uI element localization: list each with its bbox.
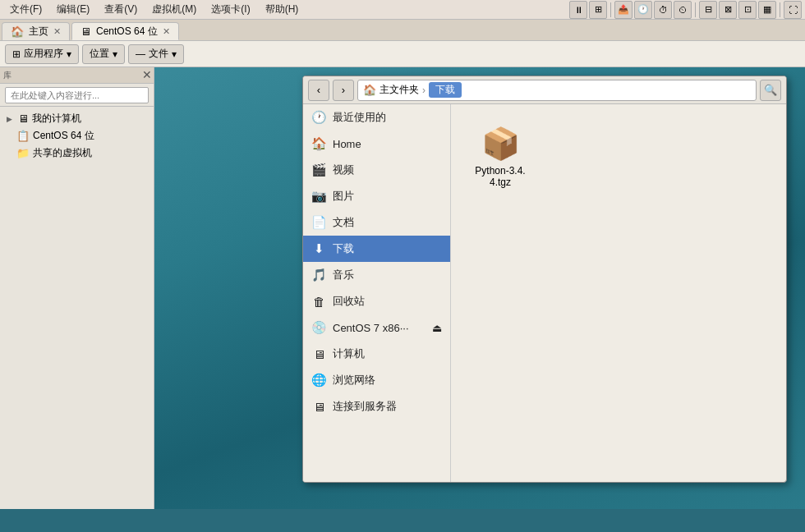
fm-item-docs[interactable]: 📄 文档 xyxy=(303,209,450,236)
downloads-icon: ⬇ xyxy=(311,241,326,256)
fm-item-trash[interactable]: 🗑 回收站 xyxy=(303,288,450,314)
fm-sidebar: 🕐 最近使用的 🏠 Home 🎬 视频 📷 图片 xyxy=(303,104,451,482)
my-computer-label: 我的计算机 xyxy=(32,112,81,126)
apps-icon: ⊞ xyxy=(12,48,21,60)
shared-icon: 📁 xyxy=(16,147,30,159)
fm-item-home[interactable]: 🏠 Home xyxy=(303,131,450,157)
send-btn[interactable]: 📤 xyxy=(614,1,632,19)
sidebar-close-btn[interactable]: ✕ xyxy=(142,68,152,81)
fm-item-pictures[interactable]: 📷 图片 xyxy=(303,183,450,209)
computer-icon: 🖥 xyxy=(18,112,29,125)
toolbar-sep-3 xyxy=(780,2,780,17)
fm-item-video[interactable]: 🎬 视频 xyxy=(303,157,450,183)
tab-centos-icon: 🖥 xyxy=(80,25,91,38)
fm-item-computer[interactable]: 🖥 计算机 xyxy=(303,341,450,367)
clock2-btn[interactable]: ⏱ xyxy=(654,1,672,19)
menu-vm[interactable]: 虚拟机(M) xyxy=(145,1,203,18)
video-label: 视频 xyxy=(333,163,354,177)
apps-menu[interactable]: ⊞ 应用程序 ▾ xyxy=(5,44,79,64)
toolbar-sep-1 xyxy=(610,2,611,17)
pictures-icon: 📷 xyxy=(311,189,326,204)
fm-file-python[interactable]: 📦 Python-3.4.4.tgz xyxy=(467,121,533,193)
toolbar-btn-2[interactable]: ⊞ xyxy=(589,1,607,19)
tree-shared-vm[interactable]: 📁 共享的虚拟机 xyxy=(0,144,154,162)
server-icon: 🖥 xyxy=(311,400,326,414)
music-label: 音乐 xyxy=(333,268,354,282)
fm-item-recent[interactable]: 🕐 最近使用的 xyxy=(303,104,450,131)
files-icon: — xyxy=(136,48,145,60)
fm-body: 🕐 最近使用的 🏠 Home 🎬 视频 📷 图片 xyxy=(303,104,786,482)
fm-item-network[interactable]: 🌐 浏览网络 xyxy=(303,367,450,393)
fm-back-btn[interactable]: ‹ xyxy=(308,80,329,101)
fm-trash-label: 回收站 xyxy=(333,294,365,309)
files-label: 文件 xyxy=(149,47,168,61)
fullscreen-btn[interactable]: ⛶ xyxy=(784,1,802,19)
fm-breadcrumb: 🏠 主文件夹 › 下载 xyxy=(357,80,757,101)
network-label: 浏览网络 xyxy=(333,373,375,388)
expand-icon: ▶ xyxy=(7,115,15,123)
network-icon: 🌐 xyxy=(311,373,326,388)
pictures-label: 图片 xyxy=(333,189,354,204)
bc-home-label: 主文件夹 xyxy=(380,83,419,97)
tab-centos-close[interactable]: ✕ xyxy=(163,26,170,37)
menu-edit[interactable]: 编辑(E) xyxy=(50,1,96,18)
fm-item-music[interactable]: 🎵 音乐 xyxy=(303,262,450,288)
fm-computer-label: 计算机 xyxy=(333,346,365,361)
nav-bar: ⊞ 应用程序 ▾ 位置 ▾ — 文件 ▾ xyxy=(0,41,805,67)
bc-sep: › xyxy=(422,85,426,96)
sidebar-header-text: 库 xyxy=(3,70,12,81)
menu-tabs[interactable]: 选项卡(I) xyxy=(205,1,256,18)
menu-help[interactable]: 帮助(H) xyxy=(259,1,306,18)
places-arrow: ▾ xyxy=(113,48,117,60)
server-label: 连接到服务器 xyxy=(333,399,397,414)
tab-home-close[interactable]: ✕ xyxy=(53,26,61,37)
toolbar-btn-3[interactable]: ⏲ xyxy=(674,1,692,19)
toolbar-sep-2 xyxy=(695,2,696,17)
apps-arrow: ▾ xyxy=(67,48,71,60)
clock-btn[interactable]: 🕐 xyxy=(634,1,652,19)
recent-label: 最近使用的 xyxy=(333,110,386,125)
fm-centos-icon: 💿 xyxy=(311,320,326,335)
desktop: 🏠 home xyxy=(154,67,805,509)
places-label: 位置 xyxy=(90,47,109,61)
files-menu[interactable]: — 文件 ▾ xyxy=(128,44,184,64)
layout4-btn[interactable]: ▦ xyxy=(758,1,776,19)
layout-btn[interactable]: ⊟ xyxy=(699,1,717,19)
fm-forward-btn[interactable]: › xyxy=(333,80,354,101)
layout3-btn[interactable]: ⊡ xyxy=(738,1,757,19)
fm-centos-label: CentOS 7 x86··· xyxy=(333,322,409,334)
menu-file[interactable]: 文件(F) xyxy=(3,1,48,18)
fm-trash-icon: 🗑 xyxy=(311,295,326,309)
bc-home-icon: 🏠 xyxy=(363,84,376,96)
tab-home[interactable]: 🏠 主页 ✕ xyxy=(2,22,70,40)
fm-search-btn[interactable]: 🔍 xyxy=(760,80,781,101)
docs-icon: 📄 xyxy=(311,215,326,230)
tab-centos[interactable]: 🖥 CentOS 64 位 ✕ xyxy=(71,22,179,40)
sidebar-search-input[interactable] xyxy=(5,87,149,103)
main-area: 库 ✕ ▶ 🖥 我的计算机 📋 CentOS 64 位 📁 共享的虚拟机 xyxy=(0,67,805,509)
sidebar-tree: ▶ 🖥 我的计算机 📋 CentOS 64 位 📁 共享的虚拟机 xyxy=(0,107,154,509)
sidebar-search-container xyxy=(0,84,154,107)
docs-label: 文档 xyxy=(333,215,354,230)
bc-current[interactable]: 下载 xyxy=(429,82,462,98)
tab-centos-label: CentOS 64 位 xyxy=(96,25,158,39)
tree-centos[interactable]: 📋 CentOS 64 位 xyxy=(0,127,154,144)
fm-item-centos[interactable]: 💿 CentOS 7 x86··· ⏏ xyxy=(303,314,450,341)
shared-vm-label: 共享的虚拟机 xyxy=(33,146,92,160)
fm-content: 📦 Python-3.4.4.tgz xyxy=(451,104,786,482)
menu-view[interactable]: 查看(V) xyxy=(98,1,144,18)
pause-button[interactable]: ⏸ xyxy=(569,1,587,19)
tree-my-computer[interactable]: ▶ 🖥 我的计算机 xyxy=(0,110,154,127)
places-menu[interactable]: 位置 ▾ xyxy=(82,44,125,64)
fm-item-downloads[interactable]: ⬇ 下载 xyxy=(303,236,450,262)
eject-icon[interactable]: ⏏ xyxy=(432,322,442,334)
file-name-python: Python-3.4.4.tgz xyxy=(472,165,528,188)
tab-bar: 🏠 主页 ✕ 🖥 CentOS 64 位 ✕ xyxy=(0,20,805,41)
layout2-btn[interactable]: ⊠ xyxy=(719,1,737,19)
fm-item-server[interactable]: 🖥 连接到服务器 xyxy=(303,393,450,420)
file-manager: ‹ › 🏠 主文件夹 › 下载 🔍 🕐 最近使用的 xyxy=(302,76,787,483)
music-icon: 🎵 xyxy=(311,268,326,282)
recent-icon: 🕐 xyxy=(311,110,326,125)
fmhome-label: Home xyxy=(333,138,361,150)
fm-nav: ‹ › 🏠 主文件夹 › 下载 🔍 xyxy=(303,76,786,104)
